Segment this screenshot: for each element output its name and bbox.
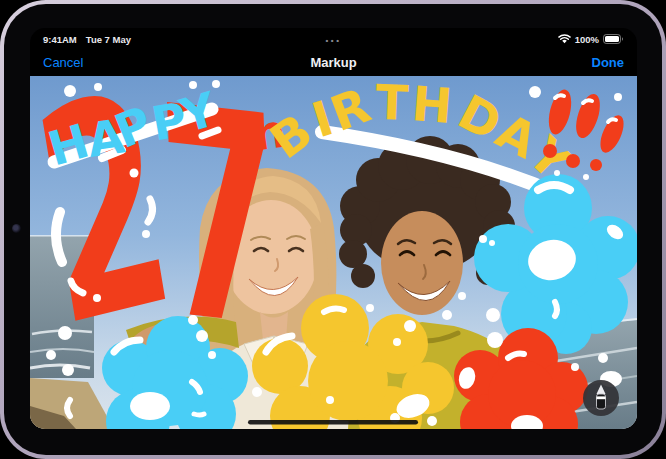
- battery-icon: [603, 34, 624, 44]
- status-time: 9:41AM: [43, 34, 77, 45]
- markup-title: Markup: [30, 50, 637, 76]
- photo-canvas[interactable]: 27 HAPPY th: [30, 76, 637, 429]
- status-left: 9:41AM Tue 7 May: [43, 34, 131, 45]
- ipad-frame: 9:41AM Tue 7 May ••• 100%: [0, 0, 666, 459]
- home-indicator[interactable]: [248, 420, 418, 425]
- screenshot-stage: 9:41AM Tue 7 May ••• 100%: [0, 0, 666, 459]
- done-button[interactable]: Done: [592, 50, 625, 76]
- status-bar: 9:41AM Tue 7 May ••• 100%: [30, 28, 637, 50]
- wifi-icon: [558, 34, 571, 44]
- multitasking-indicator[interactable]: •••: [326, 37, 342, 45]
- status-right: 100%: [558, 34, 624, 45]
- pen-tool-button[interactable]: [583, 380, 619, 416]
- battery-percent: 100%: [575, 34, 599, 45]
- status-date: Tue 7 May: [86, 34, 131, 45]
- markup-toolbar: Cancel Markup Done: [30, 50, 637, 76]
- cancel-button[interactable]: Cancel: [43, 50, 83, 76]
- front-camera-icon: [12, 224, 21, 233]
- ipad-screen: 9:41AM Tue 7 May ••• 100%: [30, 28, 637, 429]
